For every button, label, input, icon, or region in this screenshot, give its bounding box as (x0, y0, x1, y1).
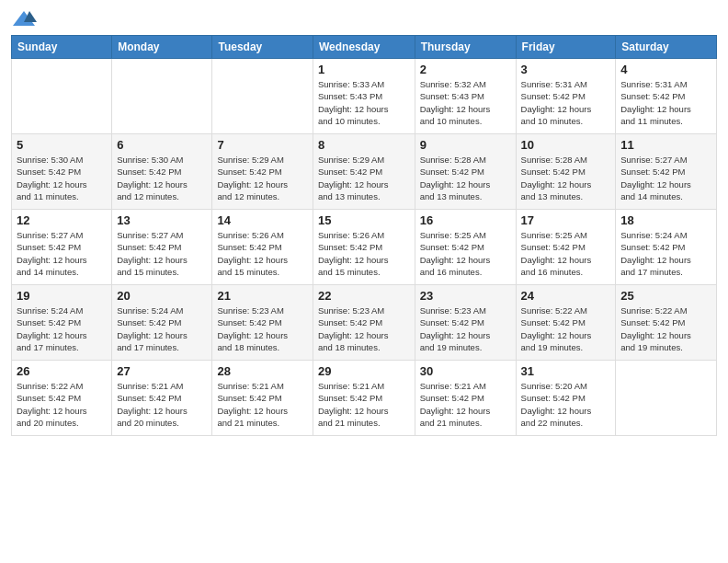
header (11, 9, 717, 29)
calendar-week-row: 1Sunrise: 5:33 AM Sunset: 5:43 PM Daylig… (12, 59, 717, 134)
day-info: Sunrise: 5:31 AM Sunset: 5:42 PM Dayligh… (620, 78, 711, 127)
calendar-cell: 7Sunrise: 5:29 AM Sunset: 5:42 PM Daylig… (212, 134, 313, 210)
day-number: 23 (420, 289, 511, 303)
day-info: Sunrise: 5:21 AM Sunset: 5:42 PM Dayligh… (117, 380, 207, 429)
calendar-cell: 19Sunrise: 5:24 AM Sunset: 5:42 PM Dayli… (12, 285, 112, 361)
calendar-header-row: SundayMondayTuesdayWednesdayThursdayFrid… (12, 36, 717, 59)
day-number: 29 (318, 364, 410, 378)
day-info: Sunrise: 5:22 AM Sunset: 5:42 PM Dayligh… (620, 304, 711, 353)
calendar-cell: 14Sunrise: 5:26 AM Sunset: 5:42 PM Dayli… (212, 210, 313, 285)
calendar-cell: 23Sunrise: 5:23 AM Sunset: 5:42 PM Dayli… (415, 285, 516, 361)
calendar-cell: 28Sunrise: 5:21 AM Sunset: 5:42 PM Dayli… (212, 361, 313, 436)
day-info: Sunrise: 5:27 AM Sunset: 5:42 PM Dayligh… (117, 229, 207, 278)
calendar-cell: 31Sunrise: 5:20 AM Sunset: 5:42 PM Dayli… (516, 361, 616, 436)
page-container: SundayMondayTuesdayWednesdayThursdayFrid… (0, 0, 728, 445)
day-info: Sunrise: 5:30 AM Sunset: 5:42 PM Dayligh… (117, 154, 207, 202)
calendar-cell: 26Sunrise: 5:22 AM Sunset: 5:42 PM Dayli… (12, 361, 112, 436)
calendar-table: SundayMondayTuesdayWednesdayThursdayFrid… (11, 35, 717, 436)
day-number: 31 (521, 364, 611, 378)
calendar-header-saturday: Saturday (616, 36, 717, 59)
calendar-cell: 15Sunrise: 5:26 AM Sunset: 5:42 PM Dayli… (313, 210, 415, 285)
day-info: Sunrise: 5:22 AM Sunset: 5:42 PM Dayligh… (17, 380, 107, 429)
calendar-cell: 21Sunrise: 5:23 AM Sunset: 5:42 PM Dayli… (212, 285, 313, 361)
day-info: Sunrise: 5:24 AM Sunset: 5:42 PM Dayligh… (117, 304, 207, 353)
day-number: 6 (117, 138, 207, 152)
day-number: 28 (217, 364, 307, 378)
logo-icon (11, 9, 37, 29)
day-info: Sunrise: 5:31 AM Sunset: 5:42 PM Dayligh… (521, 78, 611, 127)
day-number: 18 (620, 213, 711, 227)
day-number: 19 (17, 289, 107, 303)
day-info: Sunrise: 5:29 AM Sunset: 5:42 PM Dayligh… (217, 154, 307, 202)
day-info: Sunrise: 5:27 AM Sunset: 5:42 PM Dayligh… (620, 154, 711, 202)
day-info: Sunrise: 5:27 AM Sunset: 5:42 PM Dayligh… (17, 229, 107, 278)
calendar-cell (616, 361, 717, 436)
calendar-cell: 1Sunrise: 5:33 AM Sunset: 5:43 PM Daylig… (313, 59, 415, 134)
day-number: 17 (521, 213, 611, 227)
calendar-header-monday: Monday (112, 36, 212, 59)
calendar-week-row: 19Sunrise: 5:24 AM Sunset: 5:42 PM Dayli… (12, 285, 717, 361)
calendar-cell: 25Sunrise: 5:22 AM Sunset: 5:42 PM Dayli… (616, 285, 717, 361)
calendar-cell: 4Sunrise: 5:31 AM Sunset: 5:42 PM Daylig… (616, 59, 717, 134)
day-number: 3 (521, 63, 611, 76)
calendar-cell: 30Sunrise: 5:21 AM Sunset: 5:42 PM Dayli… (415, 361, 516, 436)
calendar-cell: 20Sunrise: 5:24 AM Sunset: 5:42 PM Dayli… (112, 285, 212, 361)
calendar-week-row: 12Sunrise: 5:27 AM Sunset: 5:42 PM Dayli… (12, 210, 717, 285)
day-number: 20 (117, 289, 207, 303)
day-info: Sunrise: 5:21 AM Sunset: 5:42 PM Dayligh… (420, 380, 511, 429)
day-info: Sunrise: 5:23 AM Sunset: 5:42 PM Dayligh… (217, 304, 307, 353)
calendar-header-sunday: Sunday (12, 36, 112, 59)
day-info: Sunrise: 5:30 AM Sunset: 5:42 PM Dayligh… (17, 154, 107, 202)
day-number: 11 (620, 138, 711, 152)
day-info: Sunrise: 5:24 AM Sunset: 5:42 PM Dayligh… (620, 229, 711, 278)
calendar-cell: 11Sunrise: 5:27 AM Sunset: 5:42 PM Dayli… (616, 134, 717, 210)
calendar-cell: 29Sunrise: 5:21 AM Sunset: 5:42 PM Dayli… (313, 361, 415, 436)
day-number: 27 (117, 364, 207, 378)
calendar-header-wednesday: Wednesday (313, 36, 415, 59)
calendar-cell: 13Sunrise: 5:27 AM Sunset: 5:42 PM Dayli… (112, 210, 212, 285)
calendar-cell: 3Sunrise: 5:31 AM Sunset: 5:42 PM Daylig… (516, 59, 616, 134)
calendar-cell: 8Sunrise: 5:29 AM Sunset: 5:42 PM Daylig… (313, 134, 415, 210)
day-number: 8 (318, 138, 410, 152)
day-number: 14 (217, 213, 307, 227)
calendar-cell: 9Sunrise: 5:28 AM Sunset: 5:42 PM Daylig… (415, 134, 516, 210)
calendar-cell: 22Sunrise: 5:23 AM Sunset: 5:42 PM Dayli… (313, 285, 415, 361)
day-number: 15 (318, 213, 410, 227)
logo (11, 9, 40, 29)
day-info: Sunrise: 5:25 AM Sunset: 5:42 PM Dayligh… (521, 229, 611, 278)
calendar-week-row: 26Sunrise: 5:22 AM Sunset: 5:42 PM Dayli… (12, 361, 717, 436)
day-number: 7 (217, 138, 307, 152)
calendar-header-thursday: Thursday (415, 36, 516, 59)
day-info: Sunrise: 5:28 AM Sunset: 5:42 PM Dayligh… (521, 154, 611, 202)
day-info: Sunrise: 5:28 AM Sunset: 5:42 PM Dayligh… (420, 154, 511, 202)
calendar-cell: 18Sunrise: 5:24 AM Sunset: 5:42 PM Dayli… (616, 210, 717, 285)
day-number: 12 (17, 213, 107, 227)
calendar-cell (12, 59, 112, 134)
calendar-week-row: 5Sunrise: 5:30 AM Sunset: 5:42 PM Daylig… (12, 134, 717, 210)
day-number: 13 (117, 213, 207, 227)
day-number: 21 (217, 289, 307, 303)
calendar-cell: 2Sunrise: 5:32 AM Sunset: 5:43 PM Daylig… (415, 59, 516, 134)
day-info: Sunrise: 5:33 AM Sunset: 5:43 PM Dayligh… (318, 78, 410, 127)
calendar-cell: 10Sunrise: 5:28 AM Sunset: 5:42 PM Dayli… (516, 134, 616, 210)
calendar-cell (212, 59, 313, 134)
day-number: 5 (17, 138, 107, 152)
calendar-cell: 17Sunrise: 5:25 AM Sunset: 5:42 PM Dayli… (516, 210, 616, 285)
day-number: 4 (620, 63, 711, 76)
day-number: 2 (420, 63, 511, 76)
day-info: Sunrise: 5:26 AM Sunset: 5:42 PM Dayligh… (318, 229, 410, 278)
calendar-cell: 24Sunrise: 5:22 AM Sunset: 5:42 PM Dayli… (516, 285, 616, 361)
day-number: 30 (420, 364, 511, 378)
day-number: 22 (318, 289, 410, 303)
day-info: Sunrise: 5:24 AM Sunset: 5:42 PM Dayligh… (17, 304, 107, 353)
calendar-cell (112, 59, 212, 134)
day-number: 24 (521, 289, 611, 303)
day-number: 25 (620, 289, 711, 303)
day-info: Sunrise: 5:22 AM Sunset: 5:42 PM Dayligh… (521, 304, 611, 353)
day-number: 26 (17, 364, 107, 378)
calendar-header-tuesday: Tuesday (212, 36, 313, 59)
day-info: Sunrise: 5:21 AM Sunset: 5:42 PM Dayligh… (318, 380, 410, 429)
calendar-cell: 12Sunrise: 5:27 AM Sunset: 5:42 PM Dayli… (12, 210, 112, 285)
calendar-cell: 6Sunrise: 5:30 AM Sunset: 5:42 PM Daylig… (112, 134, 212, 210)
day-info: Sunrise: 5:25 AM Sunset: 5:42 PM Dayligh… (420, 229, 511, 278)
